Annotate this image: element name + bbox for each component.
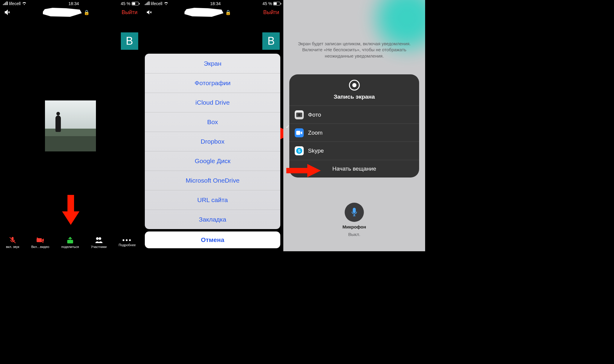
meeting-title-redacted xyxy=(43,8,82,17)
sheet-item-url[interactable]: URL сайта xyxy=(145,190,281,210)
sheet-item-google-drive[interactable]: Google Диск xyxy=(145,151,281,171)
battery-icon xyxy=(132,2,139,5)
more-button[interactable]: ••• Подробнее xyxy=(119,238,136,247)
broadcast-notice: Экран будет записан целиком, включая уве… xyxy=(292,41,416,59)
signal-icon xyxy=(145,1,150,6)
screen-zoom-meeting: lifecell 18:34 45 % 🔒 Выйти B xyxy=(0,0,142,251)
broadcast-panel: Запись экрана Фото ✓ Zoom S Skype xyxy=(289,74,419,178)
toggle-audio-button[interactable]: вкл. звук xyxy=(6,236,19,249)
lock-icon: 🔒 xyxy=(225,10,231,15)
broadcast-app-skype[interactable]: S Skype xyxy=(289,142,419,160)
speaker-muted-icon[interactable] xyxy=(4,9,11,16)
meeting-toolbar: вкл. звук Вкл…видео поделиться Участники… xyxy=(0,233,142,251)
microphone-section: Микрофон Выкл. xyxy=(342,203,366,237)
battery-icon xyxy=(273,2,280,5)
svg-rect-6 xyxy=(353,208,356,213)
broadcast-app-list: Фото ✓ Zoom S Skype xyxy=(289,106,419,160)
carrier-label: lifecell xyxy=(151,1,162,6)
svg-rect-0 xyxy=(67,240,73,243)
svg-rect-3 xyxy=(296,131,300,135)
svg-text:S: S xyxy=(298,149,301,153)
lock-icon: 🔒 xyxy=(84,10,90,15)
actionsheet-cancel-button[interactable]: Отмена xyxy=(145,231,281,248)
battery-text: 45 % xyxy=(121,1,130,6)
microphone-state: Выкл. xyxy=(348,232,360,237)
sheet-item-icloud[interactable]: iCloud Drive xyxy=(145,93,281,112)
speaker-muted-icon[interactable] xyxy=(146,9,153,16)
screen-share-actionsheet: lifecell 18:34 45 % 🔒 Выйти B Экран Фото… xyxy=(142,0,284,251)
svg-point-2 xyxy=(298,113,300,116)
wifi-icon xyxy=(164,1,168,6)
check-icon: ✓ xyxy=(286,124,290,130)
wifi-icon xyxy=(22,1,27,6)
sheet-item-dropbox[interactable]: Dropbox xyxy=(145,132,281,151)
skype-app-icon: S xyxy=(295,146,304,155)
share-actionsheet: Экран Фотографии iCloud Drive Box Dropbo… xyxy=(145,54,281,248)
status-bar: lifecell 18:34 45 % xyxy=(142,0,284,6)
actionsheet-group: Экран Фотографии iCloud Drive Box Dropbo… xyxy=(145,54,281,229)
microphone-toggle-button[interactable] xyxy=(345,203,364,222)
leave-button[interactable]: Выйти xyxy=(121,9,137,16)
clock: 18:34 xyxy=(68,1,79,6)
sheet-item-bookmark[interactable]: Закладка xyxy=(145,210,281,229)
broadcast-app-zoom[interactable]: Zoom xyxy=(289,124,419,142)
sheet-item-box[interactable]: Box xyxy=(145,112,281,132)
self-video-thumbnail[interactable] xyxy=(45,100,96,151)
sheet-item-photos[interactable]: Фотографии xyxy=(145,73,281,93)
record-icon xyxy=(349,80,360,91)
annotation-arrow-right-start xyxy=(286,164,321,177)
meeting-title-redacted xyxy=(184,8,223,17)
screen-broadcast-picker: Экран будет записан целиком, включая уве… xyxy=(283,0,425,251)
signal-icon xyxy=(3,1,8,6)
leave-button[interactable]: Выйти xyxy=(263,9,279,16)
toggle-video-button[interactable]: Вкл…видео xyxy=(31,236,49,249)
microphone-label: Микрофон xyxy=(342,224,366,229)
zoom-app-icon xyxy=(295,128,304,137)
participant-tile[interactable]: B xyxy=(262,32,280,50)
participants-button[interactable]: Участники xyxy=(91,236,107,249)
meeting-topbar: 🔒 Выйти xyxy=(0,6,142,19)
participant-tile[interactable]: B xyxy=(121,32,138,50)
share-button[interactable]: поделиться xyxy=(61,236,79,249)
sheet-item-onedrive[interactable]: Microsoft OneDrive xyxy=(145,171,281,190)
meeting-topbar: 🔒 Выйти xyxy=(142,6,284,19)
sheet-item-screen[interactable]: Экран xyxy=(145,54,281,73)
carrier-label: lifecell xyxy=(9,1,21,6)
battery-text: 45 % xyxy=(262,1,272,6)
annotation-arrow-down xyxy=(62,195,79,225)
photos-app-icon xyxy=(295,110,304,119)
broadcast-title: Запись экрана xyxy=(334,94,375,100)
clock: 18:34 xyxy=(210,1,221,6)
broadcast-app-photo[interactable]: Фото xyxy=(289,106,419,124)
status-bar: lifecell 18:34 45 % xyxy=(0,0,142,6)
more-icon: ••• xyxy=(122,238,132,242)
